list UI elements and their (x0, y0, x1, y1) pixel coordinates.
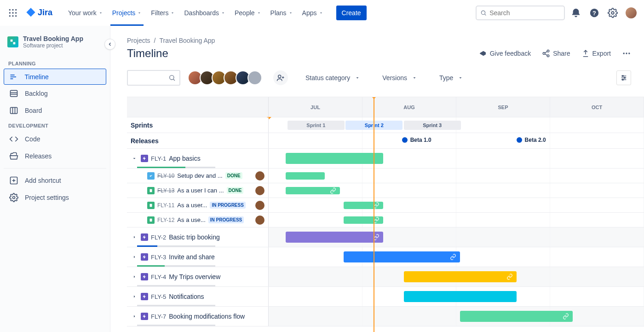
issue-title: My Trips overview (169, 273, 220, 280)
timeline-bar[interactable] (404, 271, 517, 282)
story-row[interactable]: FLY-12 As a use... IN PROGRESS (127, 213, 644, 227)
sidebar-item-backlog[interactable]: Backlog (4, 85, 106, 102)
month-column: OCT (550, 97, 644, 117)
svg-point-34 (628, 52, 630, 54)
profile-avatar[interactable] (624, 6, 638, 20)
sidebar-item-timeline[interactable]: Timeline (4, 69, 106, 85)
timeline-bar[interactable] (404, 291, 517, 302)
give-feedback-button[interactable]: Give feedback (479, 49, 531, 58)
nav-item-filters[interactable]: Filters (146, 0, 179, 26)
nav-item-dashboards[interactable]: Dashboards (179, 0, 230, 26)
month-column: JUL (269, 97, 362, 117)
expand-icon[interactable] (131, 294, 138, 299)
epic-row[interactable]: FLY-1 App basics (127, 149, 644, 169)
help-icon[interactable]: ? (587, 6, 602, 20)
breadcrumb-project[interactable]: Travel Booking App (159, 37, 215, 44)
sprint-pill[interactable]: Sprint 1 (288, 121, 345, 130)
svg-point-5 (15, 12, 17, 13)
sprint-pill[interactable]: Sprint 3 (404, 121, 461, 130)
assignee-avatar[interactable] (255, 171, 264, 181)
nav-item-apps[interactable]: Apps (298, 0, 328, 26)
issue-key[interactable]: FLY-1 (151, 155, 166, 162)
sidebar-project-settings[interactable]: Project settings (4, 189, 106, 206)
nav-item-your-work[interactable]: Your work (63, 0, 108, 26)
app-switcher-icon[interactable] (6, 6, 20, 20)
issue-key[interactable]: FLY-12 (157, 217, 174, 223)
export-button[interactable]: Export (581, 49, 611, 58)
expand-icon[interactable] (131, 274, 138, 280)
versions-filter[interactable]: Versions (380, 74, 420, 82)
release-marker[interactable]: Beta 2.0 (517, 137, 546, 143)
timeline-grid: JULAUGSEPOCT Sprints Sprint 1Sprint 2Spr… (127, 97, 644, 332)
assignee-avatar[interactable] (255, 186, 264, 195)
sidebar-item-releases[interactable]: Releases (4, 148, 106, 164)
notifications-icon[interactable] (569, 6, 583, 20)
share-button[interactable]: Share (542, 49, 570, 58)
story-row[interactable]: FLY-11 As a user... IN PROGRESS (127, 198, 644, 213)
svg-point-7 (12, 15, 13, 17)
issue-key[interactable]: FLY-10 (157, 173, 174, 179)
story-row[interactable]: FLY-13 As a user I can ... DONE (127, 183, 644, 198)
svg-rect-17 (11, 90, 17, 96)
search-input[interactable] (489, 9, 560, 17)
svg-point-6 (9, 15, 11, 17)
more-actions-button[interactable] (622, 49, 631, 58)
type-filter[interactable]: Type (437, 74, 466, 82)
month-column: AUG (362, 97, 456, 117)
timeline-bar[interactable] (286, 232, 383, 243)
timeline-bar[interactable] (286, 187, 340, 194)
issue-key[interactable]: FLY-5 (151, 293, 166, 300)
progress-bar (137, 265, 215, 267)
assignee-avatar[interactable] (255, 216, 264, 225)
assignee-avatar[interactable] (255, 201, 264, 210)
breadcrumb-root[interactable]: Projects (127, 37, 150, 44)
nav-item-projects[interactable]: Projects (108, 0, 147, 26)
timeline-bar[interactable] (460, 311, 573, 322)
issue-key[interactable]: FLY-4 (151, 274, 166, 280)
epic-icon (141, 313, 148, 320)
nav-item-people[interactable]: People (230, 0, 266, 26)
status-category-filter[interactable]: Status category (303, 74, 363, 82)
epic-row[interactable]: FLY-4 My Trips overview (127, 267, 644, 287)
timeline-bar[interactable] (344, 216, 383, 224)
epic-row[interactable]: FLY-7 Booking modifications flow (127, 307, 644, 326)
issue-title: As a use... (177, 216, 205, 223)
search-icon (480, 9, 487, 17)
issue-key[interactable]: FLY-3 (151, 254, 166, 261)
expand-icon[interactable] (131, 234, 138, 240)
jira-logo[interactable]: Jira (22, 8, 56, 18)
view-settings-button[interactable] (616, 70, 631, 85)
timeline-bar[interactable] (286, 153, 383, 164)
timeline-bar[interactable] (344, 202, 383, 209)
create-button[interactable]: Create (336, 6, 367, 20)
epic-row[interactable]: FLY-2 Basic trip booking (127, 227, 644, 247)
status-badge: IN PROGRESS (208, 216, 244, 223)
sprint-pill[interactable]: Sprint 2 (345, 121, 402, 130)
assignee-filter-avatars[interactable] (188, 70, 262, 85)
issue-type-icon (147, 216, 155, 224)
add-people-button[interactable] (273, 70, 288, 85)
story-row[interactable]: FLY-10 Setup dev and ... DONE (127, 169, 644, 183)
nav-item-plans[interactable]: Plans (266, 0, 298, 26)
epic-row[interactable]: FLY-3 Invite and share (127, 247, 644, 267)
epic-row[interactable]: FLY-5 Notifications (127, 287, 644, 307)
collapse-sidebar-button[interactable] (104, 39, 115, 50)
timeline-bar[interactable] (344, 251, 460, 262)
timeline-bar[interactable] (286, 172, 325, 180)
expand-icon[interactable] (131, 314, 138, 319)
global-search[interactable] (476, 6, 565, 20)
issue-key[interactable]: FLY-13 (157, 187, 174, 194)
issue-key[interactable]: FLY-11 (157, 202, 174, 209)
sidebar-item-code[interactable]: Code (4, 131, 106, 147)
issue-key[interactable]: FLY-7 (151, 313, 166, 320)
release-marker[interactable]: Beta 1.0 (402, 137, 431, 143)
sidebar-add-shortcut[interactable]: Add shortcut (4, 172, 106, 189)
issue-title: Setup dev and ... (177, 172, 222, 179)
sidebar-item-board[interactable]: Board (4, 102, 106, 119)
expand-icon[interactable] (131, 254, 138, 260)
settings-icon[interactable] (605, 6, 620, 20)
filter-search[interactable] (127, 70, 180, 86)
issue-key[interactable]: FLY-2 (151, 234, 166, 241)
svg-point-8 (15, 15, 17, 17)
expand-icon[interactable] (131, 156, 138, 161)
